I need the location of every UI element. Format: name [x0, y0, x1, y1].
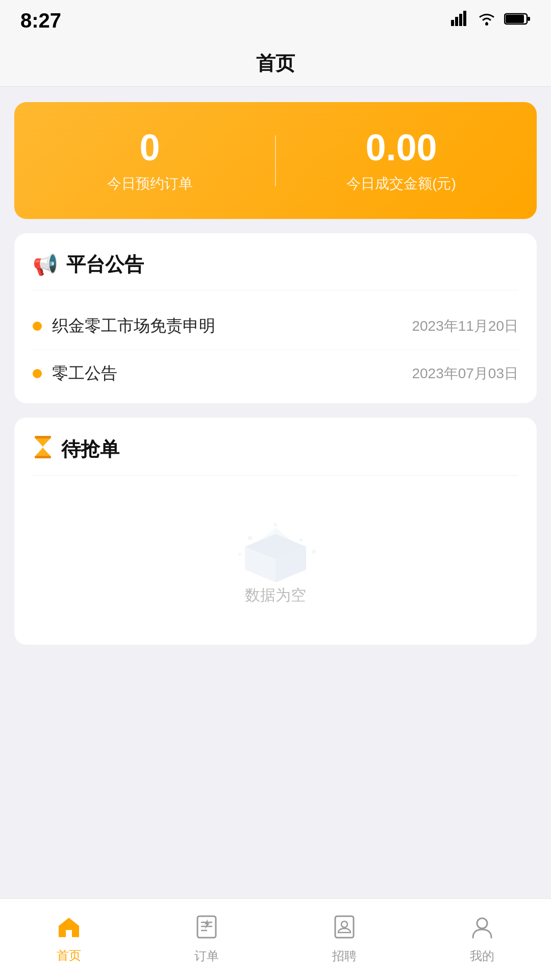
announcement-left-2: 零工公告 [33, 362, 117, 385]
home-icon [57, 916, 81, 943]
profile-icon [471, 915, 493, 944]
status-icons [451, 11, 531, 30]
svg-point-16 [299, 538, 303, 542]
nav-label-orders: 订单 [194, 948, 219, 964]
svg-rect-7 [528, 17, 530, 21]
svg-point-15 [248, 536, 252, 540]
stats-divider [275, 135, 276, 186]
amount-value: 0.00 [365, 128, 437, 168]
announcements-card: 📢 平台公告 织金零工市场免责申明 2023年11月20日 零工公告 2023年… [14, 233, 537, 403]
announcement-left-1: 织金零工市场免责申明 [33, 315, 215, 337]
orders-section: 0 今日预约订单 [35, 128, 265, 193]
waiting-orders-card: 待抢单 数据为空 [14, 418, 537, 645]
nav-label-mine: 我的 [470, 948, 494, 964]
nav-item-orders[interactable]: 订单 [138, 899, 276, 980]
svg-point-18 [312, 550, 316, 554]
status-bar: 8:27 [0, 0, 551, 41]
announcement-item-2[interactable]: 零工公告 2023年07月03日 [33, 350, 518, 385]
hourglass-icon [33, 436, 53, 463]
svg-rect-3 [463, 11, 466, 26]
main-content: 0 今日预约订单 0.00 今日成交金额(元) 📢 平台公告 织金零工市场免责申… [0, 87, 551, 898]
orders-value: 0 [139, 128, 160, 168]
svg-rect-8 [35, 436, 51, 438]
empty-text: 数据为空 [245, 585, 306, 606]
svg-rect-6 [506, 15, 524, 23]
announcement-item-1[interactable]: 织金零工市场免责申明 2023年11月20日 [33, 303, 518, 350]
announcement-dot-1 [33, 322, 42, 331]
announcement-text-2: 零工公告 [52, 362, 117, 385]
megaphone-icon: 📢 [33, 253, 58, 277]
announcement-date-2: 2023年07月03日 [412, 364, 518, 383]
status-time: 8:27 [20, 9, 61, 32]
amount-section: 0.00 今日成交金额(元) [286, 128, 516, 193]
stats-card: 0 今日预约订单 0.00 今日成交金额(元) [14, 102, 537, 219]
announcements-header: 📢 平台公告 [33, 252, 518, 290]
recruit-icon [333, 915, 356, 944]
nav-label-home: 首页 [57, 947, 81, 964]
waiting-orders-header: 待抢单 [33, 436, 518, 476]
orders-label: 今日预约订单 [107, 174, 193, 193]
announcement-dot-2 [33, 369, 42, 378]
nav-item-mine[interactable]: 我的 [413, 899, 551, 980]
nav-label-recruit: 招聘 [332, 948, 357, 964]
svg-point-19 [238, 553, 241, 556]
announcement-text-1: 织金零工市场免责申明 [52, 315, 215, 337]
page-header: 首页 [0, 41, 551, 87]
svg-rect-0 [451, 20, 454, 26]
svg-point-17 [274, 523, 277, 526]
signal-icon [451, 11, 469, 30]
orders-icon [195, 915, 218, 944]
svg-rect-9 [35, 456, 51, 458]
bottom-nav: 首页 订单 招聘 [0, 898, 551, 980]
nav-item-recruit[interactable]: 招聘 [276, 899, 413, 980]
svg-point-23 [477, 918, 487, 928]
empty-box-icon [235, 519, 316, 585]
battery-icon [504, 12, 531, 30]
empty-state: 数据为空 [33, 488, 518, 626]
announcement-date-1: 2023年11月20日 [412, 316, 518, 336]
svg-point-4 [485, 22, 488, 26]
svg-rect-2 [459, 14, 462, 26]
announcements-title: 平台公告 [66, 252, 144, 278]
svg-point-22 [341, 921, 347, 927]
svg-rect-1 [455, 17, 458, 26]
page-title: 首页 [256, 51, 295, 77]
waiting-orders-title: 待抢单 [61, 436, 119, 462]
nav-item-home[interactable]: 首页 [0, 899, 138, 980]
wifi-icon [478, 11, 496, 30]
amount-label: 今日成交金额(元) [346, 174, 456, 193]
